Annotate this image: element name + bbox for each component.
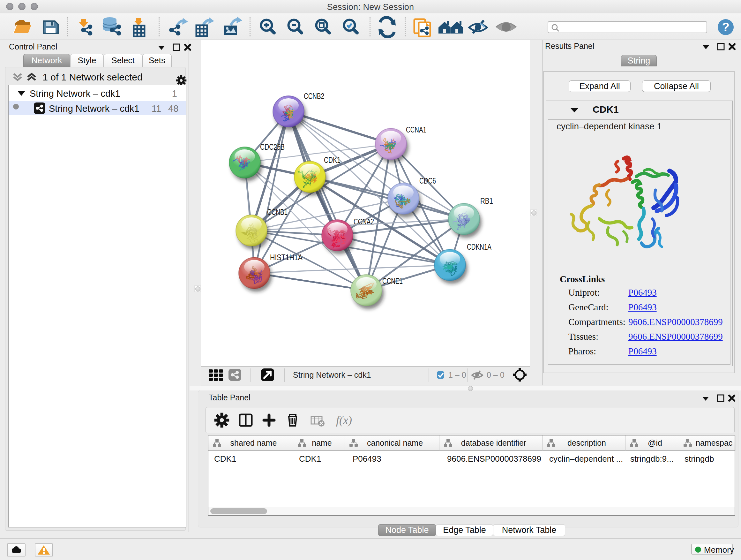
svg-text:?: ?	[722, 20, 729, 34]
svg-text:CCNA1: CCNA1	[406, 125, 426, 134]
svg-text:CDKN1A: CDKN1A	[467, 242, 491, 251]
svg-text:CCNE1: CCNE1	[382, 276, 403, 286]
svg-text:RB1: RB1	[480, 196, 493, 205]
svg-text:0 – 0: 0 – 0	[487, 370, 504, 379]
svg-text:CCNA2: CCNA2	[354, 217, 374, 226]
svg-text:HIST1H1A: HIST1H1A	[270, 253, 302, 262]
svg-text:CDC25B: CDC25B	[260, 142, 285, 151]
svg-text:f(x): f(x)	[336, 414, 352, 427]
svg-text:String Network – cdk1: String Network – cdk1	[293, 370, 371, 379]
svg-text:CCNB2: CCNB2	[304, 91, 324, 101]
svg-text:1 – 0: 1 – 0	[448, 370, 466, 379]
svg-text:CDC6: CDC6	[419, 176, 436, 185]
svg-text:CCNB1: CCNB1	[267, 207, 287, 216]
svg-text:CDK1: CDK1	[324, 155, 340, 165]
